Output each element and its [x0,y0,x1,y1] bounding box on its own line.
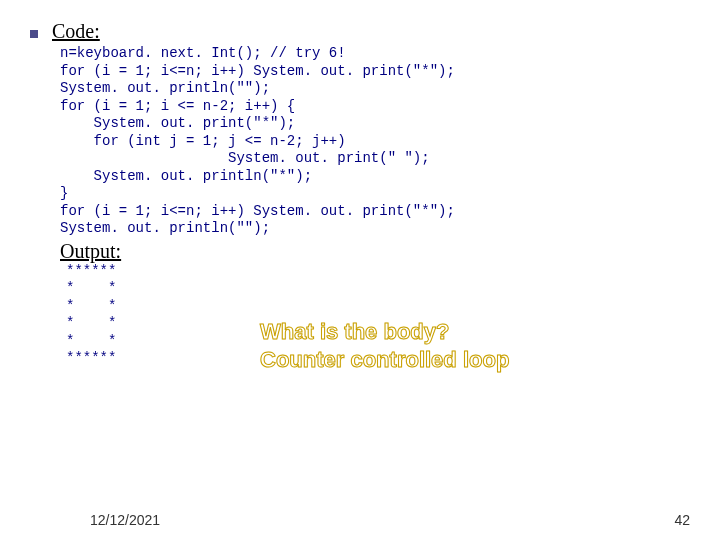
footer: 12/12/2021 42 [0,512,720,528]
code-heading: Code: [52,20,100,43]
output-heading: Output: [60,240,690,263]
code-block: n=keyboard. next. Int(); // try 6! for (… [60,45,690,238]
callout-text: What is the body? Counter controlled loo… [260,318,509,373]
code-heading-row: Code: [30,20,690,43]
bullet-icon [30,30,38,38]
slide: Code: n=keyboard. next. Int(); // try 6!… [0,0,720,540]
footer-date: 12/12/2021 [90,512,160,528]
footer-page: 42 [674,512,690,528]
